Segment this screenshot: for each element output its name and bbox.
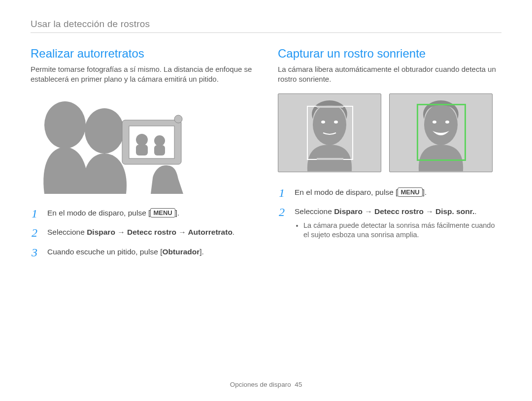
step-text: ]. — [175, 209, 180, 217]
svg-point-0 — [44, 101, 86, 149]
menu-icon: MENU — [398, 187, 422, 197]
step-bold: Obturador — [163, 247, 200, 256]
step-bold: Disparo → Detecc rostro → Autorretrato — [87, 228, 233, 236]
footer-page: 45 — [295, 381, 302, 388]
note-bullet: La cámara puede detectar la sonrisa más … — [303, 221, 501, 240]
step-2: Seleccione Disparo → Detecc rostro → Aut… — [31, 227, 254, 238]
face-smiling — [389, 93, 493, 172]
steps-right: En el modo de disparo, pulse [MENU]. Sel… — [278, 187, 501, 241]
svg-point-1 — [85, 108, 124, 154]
steps-left: En el modo de disparo, pulse [MENU]. Sel… — [31, 208, 254, 257]
smile-illustrations — [278, 93, 501, 172]
step-2: Seleccione Disparo → Detecc rostro → Dis… — [278, 206, 501, 240]
heading-right: Capturar un rostro sonriente — [278, 47, 501, 61]
step-text: . — [474, 207, 476, 216]
svg-point-8 — [174, 115, 182, 123]
step-1: En el modo de disparo, pulse [MENU]. — [31, 208, 254, 218]
breadcrumb: Usar la detección de rostros — [31, 19, 501, 33]
step-text: En el modo de disparo, pulse [ — [295, 188, 398, 196]
content-columns: Realizar autorretratos Permite tomarse f… — [31, 47, 501, 266]
step-text: En el modo de disparo, pulse [ — [47, 209, 150, 217]
svg-point-4 — [136, 134, 148, 146]
step-text: ]. — [423, 188, 427, 196]
step-text: . — [233, 228, 234, 236]
step-bold: Disparo → Detecc rostro → Disp. sonr. — [334, 207, 474, 216]
svg-rect-7 — [154, 145, 165, 155]
intro-right: La cámara libera automáticamente el obtu… — [278, 64, 501, 85]
focus-frame-green — [417, 104, 466, 161]
intro-left: Permite tomarse fotografías a sí mismo. … — [31, 64, 254, 85]
column-left: Realizar autorretratos Permite tomarse f… — [31, 47, 254, 266]
step-text: Cuando escuche un pitido, pulse [ — [47, 247, 163, 256]
step-text: ]. — [200, 247, 204, 256]
svg-rect-3 — [129, 126, 174, 158]
step-text: Seleccione — [47, 228, 87, 236]
manual-page: Usar la detección de rostros Realizar au… — [0, 0, 532, 266]
svg-rect-5 — [136, 145, 148, 155]
footer-section: Opciones de disparo — [230, 381, 291, 388]
step-1: En el modo de disparo, pulse [MENU]. — [278, 187, 501, 198]
selfie-illustration — [31, 95, 188, 194]
page-footer: Opciones de disparo 45 — [0, 381, 532, 388]
column-right: Capturar un rostro sonriente La cámara l… — [278, 47, 501, 266]
menu-icon: MENU — [150, 208, 175, 217]
step-text: Seleccione — [295, 207, 334, 216]
face-neutral — [278, 93, 381, 172]
focus-frame-white — [307, 106, 353, 160]
step-note: La cámara puede detectar la sonrisa más … — [303, 221, 501, 240]
heading-left: Realizar autorretratos — [31, 47, 254, 61]
svg-point-6 — [154, 135, 165, 146]
step-3: Cuando escuche un pitido, pulse [Obturad… — [31, 247, 254, 257]
